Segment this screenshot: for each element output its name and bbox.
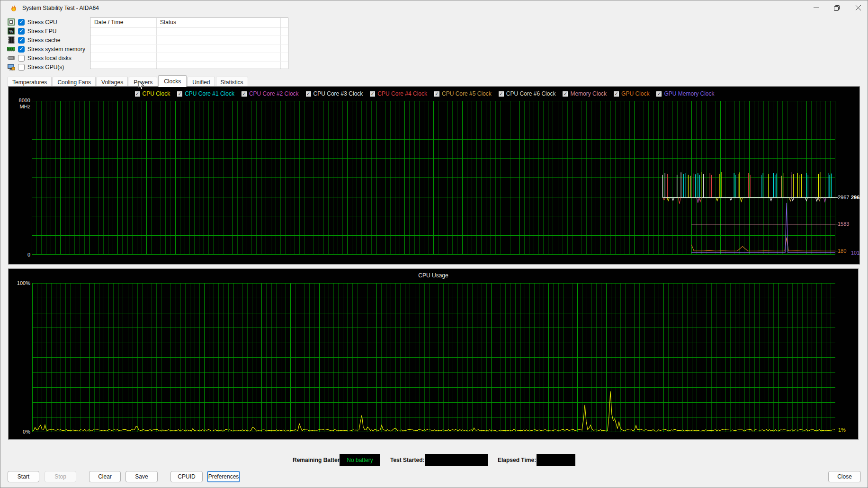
usage-y-max-label: 100% [9,280,30,286]
log-row [90,27,288,36]
legend-label: CPU Clock [143,90,170,97]
cpuid-button[interactable]: CPUID [170,471,203,482]
test-started-value-box [425,454,488,466]
minimize-button[interactable] [805,0,826,15]
clock-value-gpu-memory: 101 [851,250,859,256]
battery-label: Remaining Battery: [293,457,345,463]
log-row [90,53,288,62]
elapsed-time-label: Elapsed Time: [498,457,536,463]
tab-temperatures[interactable]: Temperatures [8,77,52,87]
usage-current-value: 1% [838,427,846,433]
log-row [90,35,288,44]
legend-item-core2: CPU Core #2 Clock [242,90,299,98]
legend-checkbox-memory-clock[interactable] [563,91,568,97]
elapsed-time-value-box [537,454,575,466]
clock-value-memory: 1583 [838,221,849,227]
save-button[interactable]: Save [125,471,158,482]
svg-text:%: % [9,29,13,34]
stress-gpu-label: Stress GPU(s) [27,64,64,71]
legend-label: CPU Core #2 Clock [249,90,299,97]
stress-disks-checkbox[interactable] [18,55,25,62]
usage-chart-panel: CPU Usage 100% 0% 1% [8,268,859,440]
disk-icon [7,54,15,62]
tab-statistics[interactable]: Statistics [216,77,248,87]
stress-fpu-checkbox[interactable] [18,28,25,35]
legend-checkbox-core1[interactable] [177,91,182,97]
start-button[interactable]: Start [8,471,39,482]
test-started-label: Test Started: [390,457,424,463]
legend-checkbox-core5[interactable] [434,91,439,97]
stress-gpu-checkbox[interactable] [18,64,25,71]
legend-label: GPU Memory Clock [664,90,714,97]
tab-clocks[interactable]: Clocks [158,75,187,87]
stress-option-memory: Stress system memory [7,45,85,53]
log-cell [90,27,160,35]
legend-checkbox-gpu-clock[interactable] [614,91,619,97]
aida64-flame-icon [10,4,18,12]
log-column-status[interactable]: Status [156,18,176,27]
legend-checkbox-cpu-clock[interactable] [135,91,140,97]
legend-checkbox-core6[interactable] [499,91,504,97]
log-cell [90,35,160,44]
preferences-button[interactable]: Preferences [207,471,240,482]
close-button[interactable]: Close [828,471,861,482]
stress-cpu-checkbox[interactable] [18,19,25,26]
legend-item-core1: CPU Core #1 Clock [177,90,234,98]
usage-y-min-label: 0% [9,429,30,435]
log-row [90,61,288,70]
clear-button[interactable]: Clear [89,471,121,482]
restore-icon [834,5,840,11]
battery-value-box: No battery [340,454,380,466]
legend-label: GPU Clock [621,90,649,97]
clock-y-min-label: 0 [9,252,30,257]
log-cell [160,27,164,35]
test-log-list[interactable]: Date / Time Status [90,18,288,69]
cpu-icon [7,18,15,26]
battery-value: No battery [347,457,373,463]
log-column-datetime[interactable]: Date / Time [90,18,156,27]
title-bar: System Stability Test - AIDA64 [0,0,868,16]
clock-value-cpu-bold: 2967 [851,195,860,200]
window-title: System Stability Test - AIDA64 [22,5,99,11]
tab-unified[interactable]: Unified [188,77,215,87]
legend-item-gpu-memory-clock: GPU Memory Clock [656,90,714,98]
stress-disks-label: Stress local disks [27,55,72,62]
mouse-cursor [138,80,144,90]
legend-label: CPU Core #5 Clock [442,90,492,97]
stop-button[interactable]: Stop [45,471,76,482]
tab-bar: Temperatures Cooling Fans Voltages Power… [8,76,248,87]
legend-checkbox-core4[interactable] [370,91,375,97]
stress-cache-label: Stress cache [27,37,60,44]
log-cell [160,53,164,61]
usage-chart-canvas [32,283,835,432]
clock-value-gpu: 180 [838,248,846,254]
log-cell [90,53,160,61]
legend-label: CPU Core #4 Clock [377,90,427,97]
legend-checkbox-gpu-memory-clock[interactable] [656,91,662,97]
log-cell [160,61,164,70]
legend-item-core4: CPU Core #4 Clock [370,90,427,98]
legend-label: CPU Core #1 Clock [185,90,234,97]
stress-option-gpu: Stress GPU(s) [7,63,64,71]
legend-item-gpu-clock: GPU Clock [614,90,649,98]
restore-button[interactable] [826,0,847,15]
legend-checkbox-core2[interactable] [242,91,247,97]
legend-item-memory-clock: Memory Clock [563,90,607,98]
legend-checkbox-core3[interactable] [306,91,311,97]
stress-option-cpu: Stress CPU [7,18,57,26]
clock-legend: CPU Clock CPU Core #1 Clock CPU Core #2 … [9,90,841,98]
legend-item-core6: CPU Core #6 Clock [499,90,556,98]
tab-cooling-fans[interactable]: Cooling Fans [53,77,96,87]
tab-voltages[interactable]: Voltages [97,77,128,87]
gpu-icon [7,63,15,71]
clock-chart-canvas [32,101,835,255]
log-header: Date / Time Status [90,18,288,27]
minimize-icon [814,5,819,10]
stress-memory-label: Stress system memory [27,46,85,53]
log-cell [160,44,164,53]
stress-cache-checkbox[interactable] [18,37,25,44]
fpu-icon: % [7,27,15,35]
close-window-button[interactable] [848,0,868,15]
stress-memory-checkbox[interactable] [18,46,25,53]
usage-chart-title: CPU Usage [9,272,858,279]
